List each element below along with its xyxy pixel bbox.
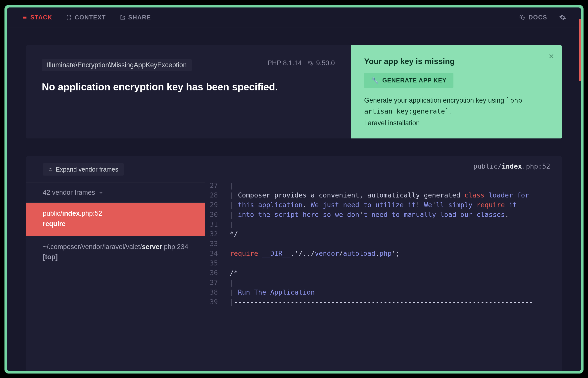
generate-key-label: GENERATE APP KEY [382, 77, 446, 84]
gear-icon[interactable] [559, 14, 566, 21]
vendor-frames-label: 42 vendor frames [43, 189, 95, 196]
code-line: 34require __DIR__.'/../vendor/autoload.p… [205, 249, 562, 258]
expand-icon [66, 15, 72, 20]
vendor-frames-toggle[interactable]: 42 vendor frames [26, 183, 205, 203]
exception-class: Illuminate\Encryption\MissingAppKeyExcep… [42, 59, 192, 71]
code-line: 38| Run The Application [205, 287, 562, 297]
frames-sidebar: Expand vendor frames 42 vendor frames pu… [26, 156, 205, 371]
code-line: 33 [205, 239, 562, 249]
code-file-path: public/index.php:52 [205, 156, 562, 176]
chevron-updown-icon [48, 167, 53, 172]
chevron-down-icon [98, 190, 103, 195]
error-message: No application encryption key has been s… [42, 81, 335, 93]
solution-description: Generate your application encryption key… [364, 95, 549, 117]
error-header: PHP 8.1.14 9.50.0 Illuminate\Encryption\… [26, 45, 562, 138]
share-icon [120, 15, 125, 20]
code-panel: public/index.php:52 27|28| Composer prov… [205, 156, 562, 371]
code-line: 36/* [205, 268, 562, 278]
php-version: PHP 8.1.14 [267, 59, 302, 67]
tab-context[interactable]: CONTEXT [66, 14, 106, 21]
code-line: 31| [205, 219, 562, 229]
scroll-indicator[interactable] [579, 19, 581, 81]
expand-vendor-label: Expand vendor frames [56, 166, 118, 173]
stack-frame[interactable]: public/index.php:52require [26, 203, 205, 236]
laravel-icon [519, 14, 526, 21]
topbar: STACK CONTEXT SHARE DOCS [7, 7, 581, 27]
stack-frame[interactable]: ~/.composer/vendor/laravel/valet/server.… [26, 236, 205, 269]
solution-panel: ✕ Your app key is missing 🔧 GENERATE APP… [351, 45, 562, 138]
code-line: 35 [205, 258, 562, 268]
tab-stack[interactable]: STACK [22, 14, 52, 21]
laravel-install-link[interactable]: Laravel installation [364, 119, 420, 127]
code-line: 28| Composer provides a convenient, auto… [205, 190, 562, 200]
docs-link[interactable]: DOCS [519, 14, 547, 21]
solution-title: Your app key is missing [364, 57, 549, 66]
code-line: 27| [205, 181, 562, 190]
code-line: 30| into the script here so we don't nee… [205, 210, 562, 219]
code-line: 39|-------------------------------------… [205, 297, 562, 307]
stack-icon [22, 15, 27, 20]
generate-key-button[interactable]: 🔧 GENERATE APP KEY [364, 73, 453, 88]
laravel-version: 9.50.0 [316, 59, 335, 67]
tab-stack-label: STACK [30, 14, 52, 21]
expand-vendor-button[interactable]: Expand vendor frames [43, 163, 124, 176]
tab-share[interactable]: SHARE [120, 14, 151, 21]
code-line: 29| this application. We just need to ut… [205, 200, 562, 210]
tab-context-label: CONTEXT [75, 14, 106, 21]
code-line: 37|-------------------------------------… [205, 278, 562, 287]
wrench-icon: 🔧 [371, 77, 379, 84]
tab-share-label: SHARE [128, 14, 151, 21]
laravel-icon [308, 60, 314, 66]
code-line: 32*/ [205, 229, 562, 239]
close-icon[interactable]: ✕ [548, 52, 554, 61]
docs-label: DOCS [529, 14, 547, 21]
